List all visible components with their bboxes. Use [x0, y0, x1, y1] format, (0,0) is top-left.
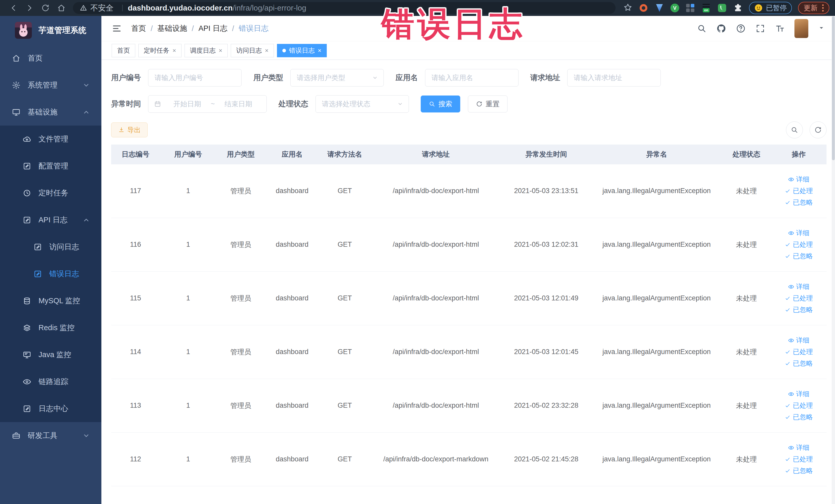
- search-icon: [697, 24, 707, 33]
- extensions-puzzle-icon[interactable]: [733, 3, 743, 13]
- action-已处理[interactable]: 已处理: [785, 240, 813, 249]
- user-type-select[interactable]: 请选择用户类型: [290, 69, 384, 86]
- tab-定时任务[interactable]: 定时任务×: [138, 44, 182, 57]
- search-button[interactable]: [697, 24, 707, 33]
- refresh-table-button[interactable]: [810, 121, 827, 138]
- search-button[interactable]: 搜索: [421, 96, 460, 113]
- browser-forward-button[interactable]: [22, 2, 38, 14]
- page-scrollbar[interactable]: [832, 16, 835, 504]
- user-id-input[interactable]: [148, 69, 242, 86]
- refresh-icon: [814, 126, 822, 134]
- tab-错误日志[interactable]: 错误日志×: [277, 44, 327, 57]
- action-已处理[interactable]: 已处理: [785, 294, 813, 303]
- close-icon[interactable]: ×: [318, 47, 321, 54]
- sidebar-item-配置管理[interactable]: 配置管理: [0, 153, 101, 180]
- cell-status: 未处理: [722, 325, 771, 379]
- sidebar-item-研发工具[interactable]: 研发工具: [0, 422, 101, 449]
- close-icon[interactable]: ×: [265, 47, 268, 54]
- toggle-search-button[interactable]: [786, 121, 803, 138]
- extension-switch-on-icon[interactable]: on: [701, 3, 711, 13]
- sidebar-collapse-button[interactable]: [111, 23, 122, 34]
- action-详细[interactable]: 详细: [788, 336, 810, 345]
- action-详细[interactable]: 详细: [788, 389, 810, 399]
- font-size-button[interactable]: [775, 24, 785, 33]
- github-button[interactable]: [716, 24, 726, 33]
- cell-actions: 详细已处理已忽略: [771, 164, 827, 218]
- action-已处理[interactable]: 已处理: [785, 347, 813, 356]
- request-url-input[interactable]: [567, 69, 661, 86]
- cell-user_id: 1: [160, 379, 217, 432]
- sidebar-item-基础设施[interactable]: 基础设施: [0, 99, 101, 125]
- sidebar-item-错误日志[interactable]: 错误日志: [0, 260, 101, 287]
- breadcrumb-item-API 日志[interactable]: API 日志: [199, 23, 227, 34]
- close-icon[interactable]: ×: [219, 47, 222, 54]
- tab-调度日志[interactable]: 调度日志×: [185, 44, 228, 57]
- action-已忽略[interactable]: 已忽略: [785, 359, 813, 368]
- sidebar-item-系统管理[interactable]: 系统管理: [0, 72, 101, 99]
- action-label: 详细: [796, 175, 810, 184]
- breadcrumb-item-错误日志[interactable]: 错误日志: [239, 23, 268, 34]
- action-已忽略[interactable]: 已忽略: [785, 198, 813, 207]
- sidebar-item-首页[interactable]: 首页: [0, 45, 101, 72]
- help-button[interactable]: [736, 24, 746, 33]
- start-date-placeholder: 开始日期: [165, 99, 210, 108]
- browser-menu-icon[interactable]: [822, 4, 824, 12]
- app-logo-row[interactable]: 芋道管理系统: [0, 16, 101, 45]
- process-status-select[interactable]: 请选择处理状态: [315, 95, 409, 113]
- action-已处理[interactable]: 已处理: [785, 455, 813, 464]
- app-name-label: 应用名: [395, 73, 418, 83]
- action-详细[interactable]: 详细: [788, 175, 810, 184]
- column-header-日志编号: 日志编号: [111, 144, 160, 164]
- sidebar-item-MySQL 监控[interactable]: MySQL 监控: [0, 287, 101, 314]
- app-name-input[interactable]: [425, 69, 518, 86]
- action-已处理[interactable]: 已处理: [785, 401, 813, 410]
- browser-address-bar[interactable]: 不安全 dashboard.yudao.iocoder.cn/infra/log…: [73, 2, 615, 14]
- sidebar-item-日志中心[interactable]: 日志中心: [0, 395, 101, 422]
- browser-update-button[interactable]: 更新: [798, 2, 829, 14]
- export-button[interactable]: 导出: [111, 122, 148, 137]
- sidebar-item-label: 配置管理: [39, 161, 68, 171]
- browser-reload-button[interactable]: [38, 2, 54, 14]
- user-avatar[interactable]: [794, 19, 808, 38]
- profile-paused-badge[interactable]: 已暂停: [749, 2, 792, 14]
- browser-back-button[interactable]: [6, 2, 22, 14]
- user-type-label: 用户类型: [253, 73, 283, 83]
- extension-leaf-icon[interactable]: [717, 3, 727, 13]
- sidebar-item-访问日志[interactable]: 访问日志: [0, 234, 101, 260]
- bookmark-star-icon[interactable]: [623, 3, 632, 13]
- sidebar-item-Java 监控[interactable]: Java 监控: [0, 341, 101, 368]
- tab-访问日志[interactable]: 访问日志×: [231, 44, 274, 57]
- action-已忽略[interactable]: 已忽略: [785, 466, 813, 475]
- reset-button[interactable]: 重置: [468, 96, 507, 113]
- action-已忽略[interactable]: 已忽略: [785, 251, 813, 261]
- extension-orange-icon[interactable]: [639, 3, 648, 13]
- action-label: 详细: [796, 443, 810, 452]
- tab-首页[interactable]: 首页: [111, 44, 135, 57]
- action-已忽略[interactable]: 已忽略: [785, 412, 813, 422]
- sidebar-item-Redis 监控[interactable]: Redis 监控: [0, 314, 101, 341]
- breadcrumb-item-基础设施[interactable]: 基础设施: [157, 23, 187, 34]
- breadcrumb-item-首页[interactable]: 首页: [131, 23, 146, 34]
- cell-app: dashboard: [265, 218, 319, 271]
- extension-green-v-icon[interactable]: V: [670, 4, 679, 12]
- check-icon: [785, 361, 791, 367]
- cell-actions: 详细已处理已忽略: [771, 271, 827, 325]
- fullscreen-button[interactable]: [755, 24, 765, 33]
- user-menu-caret[interactable]: [818, 25, 825, 32]
- sidebar-item-文件管理[interactable]: 文件管理: [0, 125, 101, 153]
- close-icon[interactable]: ×: [172, 47, 176, 54]
- action-详细[interactable]: 详细: [788, 443, 810, 452]
- action-详细[interactable]: 详细: [788, 282, 810, 291]
- action-详细[interactable]: 详细: [788, 228, 810, 238]
- sidebar-item-定时任务[interactable]: 定时任务: [0, 180, 101, 206]
- extension-grid-icon[interactable]: [685, 3, 695, 13]
- sidebar-item-API 日志[interactable]: API 日志: [0, 206, 101, 234]
- sidebar-item-链路追踪[interactable]: 链路追踪: [0, 368, 101, 395]
- exception-time-range-picker[interactable]: 开始日期 ~ 结束日期: [148, 95, 267, 113]
- action-已处理[interactable]: 已处理: [785, 186, 813, 195]
- cell-user_id: 1: [160, 271, 217, 325]
- browser-home-button[interactable]: [54, 2, 69, 14]
- extension-shield-icon[interactable]: [655, 3, 664, 13]
- action-已忽略[interactable]: 已忽略: [785, 305, 813, 314]
- scrollbar-thumb[interactable]: [832, 16, 835, 160]
